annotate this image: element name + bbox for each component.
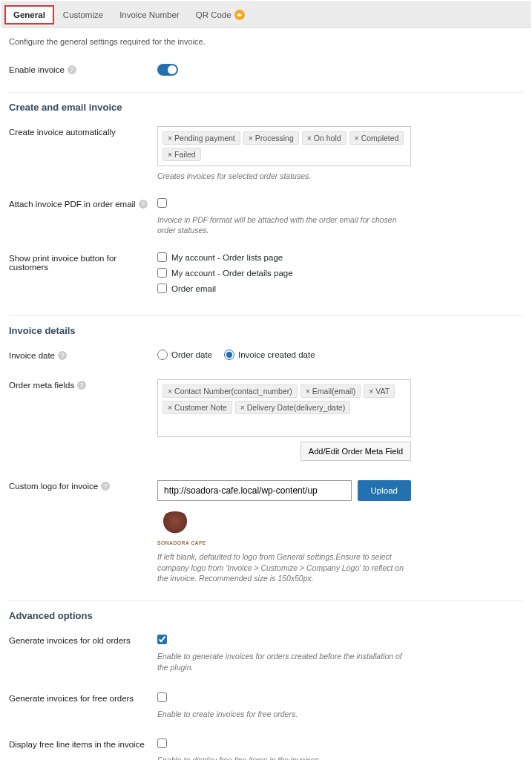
add-edit-meta-button[interactable]: Add/Edit Order Meta Field: [301, 442, 411, 461]
enable-invoice-toggle[interactable]: [157, 64, 178, 76]
attach-pdf-checkbox[interactable]: [157, 198, 167, 208]
page-description: Configure the general settings required …: [9, 37, 523, 46]
help-icon[interactable]: ?: [101, 482, 110, 491]
tab-general[interactable]: General: [4, 5, 54, 24]
print-option-checkbox[interactable]: [157, 268, 167, 278]
gen-old-checkbox[interactable]: [157, 635, 167, 644]
help-icon[interactable]: ?: [77, 381, 86, 390]
invoice-date-label: Invoice date: [9, 351, 55, 360]
status-tag[interactable]: × On hold: [302, 131, 347, 145]
meta-tag[interactable]: × Customer Note: [162, 401, 232, 414]
help-icon[interactable]: ?: [68, 65, 76, 74]
tab-customize[interactable]: Customize: [56, 7, 111, 23]
enable-invoice-label: Enable invoice: [9, 65, 65, 74]
print-option-checkbox[interactable]: [157, 284, 167, 293]
logo-image: [157, 511, 193, 540]
meta-tag[interactable]: × Delivery Date(delivery_date): [235, 401, 351, 414]
order-meta-tagbox[interactable]: × Contact Number(contact_number) × Email…: [157, 379, 411, 437]
gen-old-label: Generate invoices for old orders: [9, 636, 131, 645]
create-auto-tagbox[interactable]: × Pending payment × Processing × On hold…: [157, 126, 411, 166]
tab-invoice-number[interactable]: Invoice Number: [112, 7, 187, 23]
display-free-hint: Enable to display free line items in the…: [157, 755, 410, 760]
tab-qr-label: QR Code: [196, 10, 231, 19]
gen-free-hint: Enable to create invoices for free order…: [157, 709, 410, 720]
custom-logo-label: Custom logo for invoice: [9, 482, 98, 491]
status-tag[interactable]: × Failed: [162, 148, 201, 161]
print-option-label: My account - Order details page: [171, 269, 293, 278]
created-date-label: Invoice created date: [238, 350, 315, 359]
meta-tag[interactable]: × Contact Number(contact_number): [162, 384, 298, 398]
logo-url-input[interactable]: [157, 480, 352, 501]
create-auto-hint: Creates invoices for selected order stat…: [157, 171, 410, 182]
meta-tag[interactable]: × Email(email): [301, 384, 361, 398]
logo-preview-text: SONADORA CAFE: [157, 540, 206, 546]
tab-qr-code[interactable]: QR Code: [188, 6, 252, 24]
tabs-bar: General Customize Invoice Number QR Code: [1, 1, 531, 28]
status-tag[interactable]: × Processing: [243, 131, 299, 145]
order-date-radio[interactable]: [157, 350, 168, 360]
gen-old-hint: Enable to generate invoices for orders c…: [157, 651, 410, 672]
show-print-label: Show print invoice button for customers: [9, 254, 157, 272]
status-tag[interactable]: × Pending payment: [162, 131, 240, 145]
help-icon[interactable]: ?: [139, 200, 148, 209]
print-option-checkbox[interactable]: [157, 252, 167, 262]
meta-tag[interactable]: × VAT: [364, 384, 395, 398]
attach-pdf-label: Attach invoice PDF in order email: [9, 200, 136, 209]
print-option-label: My account - Order lists page: [171, 253, 283, 262]
display-free-label: Display free line items in the invoice: [9, 740, 145, 749]
created-date-radio[interactable]: [224, 350, 234, 360]
upload-button[interactable]: Upload: [358, 480, 411, 501]
attach-pdf-hint: Invoice in PDF format will be attached w…: [157, 214, 410, 236]
premium-icon: [234, 10, 245, 20]
section-advanced: Advanced options: [9, 610, 523, 621]
print-option-label: Order email: [171, 284, 216, 293]
help-icon[interactable]: ?: [58, 351, 67, 360]
logo-preview: SONADORA CAFE: [157, 511, 523, 547]
custom-logo-hint: If left blank, defaulted to logo from Ge…: [157, 551, 410, 584]
order-date-label: Order date: [171, 350, 212, 359]
section-create-email: Create and email invoice: [9, 102, 523, 113]
order-meta-label: Order meta fields: [9, 381, 74, 390]
display-free-checkbox[interactable]: [157, 738, 167, 748]
section-invoice-details: Invoice details: [9, 325, 523, 336]
gen-free-checkbox[interactable]: [157, 692, 167, 702]
gen-free-label: Generate invoices for free orders: [9, 694, 134, 703]
create-auto-label: Create invoice automatically: [9, 128, 116, 137]
status-tag[interactable]: × Completed: [349, 131, 404, 145]
